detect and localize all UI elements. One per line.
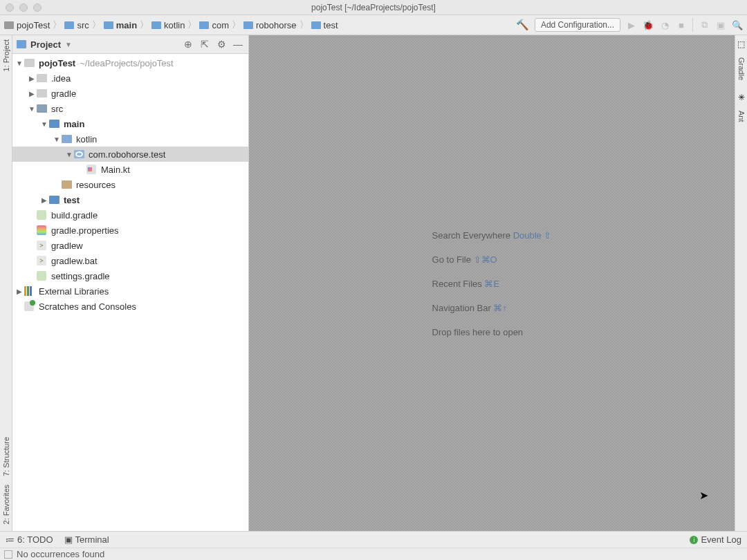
folder-icon xyxy=(243,21,253,29)
tree-node-gradlew[interactable]: ▶gradlew xyxy=(12,238,248,253)
breadcrumb-label: com xyxy=(212,20,229,30)
navigation-bar: pojoTest〉 src〉 main〉 kotlin〉 com〉 roboho… xyxy=(0,15,747,35)
editor-hints: Search Everywhere Double ⇧ Go to File ⇧⌘… xyxy=(432,229,552,337)
tree-node-kotlin[interactable]: ▼kotlin xyxy=(12,131,248,147)
breadcrumb-label: robohorse xyxy=(256,20,297,30)
folder-icon xyxy=(311,21,321,29)
favorites-toolwindow-button[interactable]: 2: Favorites xyxy=(2,485,10,524)
breadcrumbs: pojoTest〉 src〉 main〉 kotlin〉 com〉 roboho… xyxy=(4,19,516,31)
breadcrumb-item[interactable]: kotlin〉 xyxy=(151,19,196,31)
tree-node-scratches[interactable]: ▶Scratches and Consoles xyxy=(12,299,248,314)
gear-icon[interactable]: ⚙ xyxy=(215,38,228,50)
ant-toolwindow-button[interactable]: Ant xyxy=(737,111,746,122)
tree-node-src[interactable]: ▼src xyxy=(12,101,248,116)
tree-node-idea[interactable]: ▶.idea xyxy=(12,71,248,86)
ant-icon: ✳ xyxy=(738,93,745,102)
debug-icon[interactable]: 🐞 xyxy=(643,19,654,30)
cursor-icon: ➤ xyxy=(699,489,708,502)
project-toolwindow-button[interactable]: 1: Project xyxy=(2,39,10,71)
tree-node-test[interactable]: ▶test xyxy=(12,192,248,207)
project-panel-header: Project ▼ ⊕ ⇱ ⚙ — xyxy=(12,35,248,54)
tree-node-buildgradle[interactable]: ▶build.gradle xyxy=(12,207,248,223)
separator xyxy=(692,18,693,32)
search-everywhere-icon[interactable]: 🔍 xyxy=(732,19,743,30)
left-toolwindow-stripe: 1: Project 7: Structure 2: Favorites xyxy=(0,35,12,531)
locate-icon[interactable]: ⊕ xyxy=(182,38,194,50)
run-icon[interactable]: ▶ xyxy=(626,19,637,30)
hint-goto-file: Go to File ⇧⌘O xyxy=(432,253,552,265)
tree-node-main[interactable]: ▼main xyxy=(12,116,248,131)
folder-icon xyxy=(64,21,74,29)
tree-node-mainkt[interactable]: ▶Main.kt xyxy=(12,162,248,177)
folder-icon xyxy=(151,21,161,29)
breadcrumb-label: main xyxy=(116,20,137,30)
hint-recent-files: Recent Files ⌘E xyxy=(432,277,552,289)
toolwindows-icon[interactable] xyxy=(4,550,12,559)
chevron-down-icon[interactable]: ▼ xyxy=(65,41,72,48)
breadcrumb-item[interactable]: test xyxy=(311,20,338,30)
hint-navigation-bar: Navigation Bar ⌘↑ xyxy=(432,301,552,313)
event-log-button[interactable]: iEvent Log xyxy=(690,534,741,545)
todo-toolwindow-button[interactable]: ≔6: TODO xyxy=(6,534,53,545)
breadcrumb-label: src xyxy=(77,20,89,30)
folder-icon xyxy=(199,21,209,29)
titlebar: pojoTest [~/IdeaProjects/pojoTest] xyxy=(0,0,747,15)
breadcrumb-label: pojoTest xyxy=(17,20,50,30)
vcs-update-icon[interactable]: ⧉ xyxy=(699,19,710,30)
folder-icon xyxy=(104,21,113,29)
breadcrumb-item[interactable]: robohorse〉 xyxy=(243,19,308,31)
tree-node-gradleproperties[interactable]: ▶gradle.properties xyxy=(12,223,248,238)
breadcrumb-label: test xyxy=(324,20,338,30)
project-view-title[interactable]: Project xyxy=(30,39,61,50)
hide-icon[interactable]: — xyxy=(232,38,244,50)
tree-node-gradle-dir[interactable]: ▶gradle xyxy=(12,86,248,101)
breadcrumb-item[interactable]: pojoTest〉 xyxy=(4,19,62,31)
breadcrumb-item[interactable]: src〉 xyxy=(64,19,100,31)
gradle-icon: ⬚ xyxy=(737,39,745,49)
right-toolwindow-stripe: ⬚ Gradle ✳ Ant xyxy=(735,35,747,531)
hint-drop-files: Drop files here to open xyxy=(432,326,552,337)
tree-node-external-libraries[interactable]: ▶External Libraries xyxy=(12,283,248,299)
run-config-selector[interactable]: Add Configuration... xyxy=(535,18,620,32)
build-icon[interactable]: 🔨 xyxy=(516,19,529,31)
status-bar: No occurrences found xyxy=(0,548,747,560)
breadcrumb-item[interactable]: com〉 xyxy=(199,19,241,31)
project-view-icon xyxy=(17,40,26,48)
breadcrumb-item[interactable]: main〉 xyxy=(104,19,149,31)
status-message: No occurrences found xyxy=(17,549,104,559)
breadcrumb-label: kotlin xyxy=(164,20,185,30)
window-title: pojoTest [~/IdeaProjects/pojoTest] xyxy=(0,3,747,12)
tree-node-package[interactable]: ▼com.robohorse.test xyxy=(12,147,248,162)
editor-empty-state[interactable]: Search Everywhere Double ⇧ Go to File ⇧⌘… xyxy=(249,35,735,531)
tree-node-resources[interactable]: ▶resources xyxy=(12,177,248,192)
tool-icon[interactable]: ▣ xyxy=(715,19,726,30)
tree-node-gradlewbat[interactable]: ▶gradlew.bat xyxy=(12,253,248,268)
terminal-toolwindow-button[interactable]: ▣Terminal xyxy=(64,534,109,545)
module-icon xyxy=(4,21,14,29)
tree-node-settingsgradle[interactable]: ▶settings.gradle xyxy=(12,268,248,283)
project-tool-window: Project ▼ ⊕ ⇱ ⚙ — ▼pojoTest~/IdeaProject… xyxy=(12,35,249,531)
coverage-icon[interactable]: ◔ xyxy=(659,19,670,30)
collapse-all-icon[interactable]: ⇱ xyxy=(199,38,211,50)
structure-toolwindow-button[interactable]: 7: Structure xyxy=(2,437,10,476)
bottom-toolwindow-stripe: ≔6: TODO ▣Terminal iEvent Log xyxy=(0,531,747,548)
stop-icon[interactable]: ■ xyxy=(676,19,687,30)
tree-node-project-root[interactable]: ▼pojoTest~/IdeaProjects/pojoTest xyxy=(12,55,248,71)
project-tree[interactable]: ▼pojoTest~/IdeaProjects/pojoTest ▶.idea … xyxy=(12,54,248,531)
hint-search-everywhere: Search Everywhere Double ⇧ xyxy=(432,229,552,241)
gradle-toolwindow-button[interactable]: Gradle xyxy=(737,57,746,80)
